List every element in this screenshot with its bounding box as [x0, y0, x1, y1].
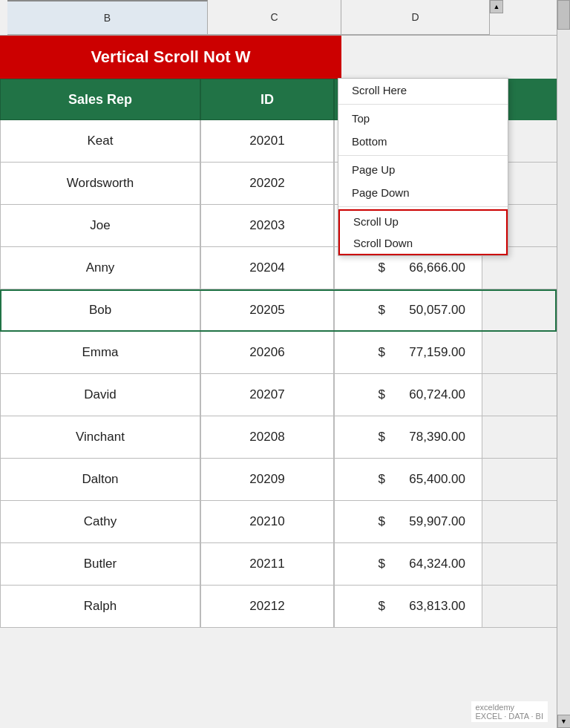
cell-revenue: $64,324.00 — [334, 543, 482, 585]
cell-revenue: $50,057.00 — [334, 289, 482, 331]
cell-revenue: $78,390.00 — [334, 416, 482, 458]
table-row[interactable]: Ralph20212$63,813.00 — [0, 586, 557, 628]
revenue-amount: 64,324.00 — [391, 557, 465, 571]
table-row[interactable]: Bob20205$50,057.00 — [0, 289, 557, 332]
cell-id: 20201 — [200, 120, 334, 162]
revenue-amount: 50,057.00 — [391, 303, 465, 318]
table-row[interactable]: Butler20211$64,324.00 — [0, 543, 557, 586]
revenue-amount: 65,400.00 — [391, 472, 465, 487]
currency-symbol: $ — [379, 303, 385, 318]
table-header-id: ID — [200, 79, 334, 120]
currency-symbol: $ — [379, 514, 385, 529]
cell-id: 20211 — [200, 543, 334, 585]
cell-name: Emma — [0, 332, 200, 373]
cell-revenue: $77,159.00 — [334, 332, 482, 373]
revenue-amount: 59,907.00 — [391, 514, 465, 529]
scrollbar-up-arrow[interactable]: ▲ — [490, 0, 503, 13]
cell-id: 20212 — [200, 586, 334, 627]
cell-name: Keat — [0, 120, 200, 162]
watermark: exceldemyEXCEL · DATA · BI — [471, 701, 548, 722]
table-row[interactable]: Emma20206$77,159.00 — [0, 332, 557, 374]
revenue-amount: 78,390.00 — [391, 430, 465, 445]
context-menu-item-scroll-up[interactable]: Scroll Up — [340, 211, 506, 232]
cell-name: Dalton — [0, 459, 200, 500]
context-menu-item-bottom[interactable]: Bottom — [338, 130, 508, 153]
currency-symbol: $ — [379, 472, 385, 487]
cell-id: 20205 — [200, 289, 334, 331]
cell-revenue: $63,813.00 — [334, 586, 482, 627]
column-headers: B C D ▲ — [0, 0, 570, 36]
table-row[interactable]: Dalton20209$65,400.00 — [0, 459, 557, 501]
revenue-amount: 77,159.00 — [391, 345, 465, 360]
context-menu-item-scroll-here[interactable]: Scroll Here — [338, 79, 508, 102]
currency-symbol: $ — [379, 557, 385, 571]
currency-symbol: $ — [379, 260, 385, 275]
table-row[interactable]: Cathy20210$59,907.00 — [0, 501, 557, 543]
table-row[interactable]: Vinchant20208$78,390.00 — [0, 416, 557, 459]
scrollbar-right[interactable]: ▼ — [557, 0, 570, 728]
cell-name: Wordsworth — [0, 163, 200, 204]
cell-name: David — [0, 374, 200, 416]
cell-name: Ralph — [0, 586, 200, 627]
cell-revenue: $60,724.00 — [334, 374, 482, 416]
cell-id: 20210 — [200, 501, 334, 542]
title-row: Vertical Scroll Not W — [0, 36, 557, 79]
context-menu-divider — [338, 155, 508, 156]
revenue-amount: 63,813.00 — [391, 599, 465, 614]
currency-symbol: $ — [379, 387, 385, 402]
cell-id: 20209 — [200, 459, 334, 500]
cell-name: Joe — [0, 205, 200, 246]
context-menu-highlight-group: Scroll UpScroll Down — [338, 209, 508, 255]
cell-id: 20208 — [200, 416, 334, 458]
cell-id: 20206 — [200, 332, 334, 373]
currency-symbol: $ — [379, 430, 385, 445]
title-text: Vertical Scroll Not W — [91, 47, 250, 67]
cell-id: 20204 — [200, 247, 334, 289]
context-menu-item-scroll-down[interactable]: Scroll Down — [340, 232, 506, 254]
cell-name: Anny — [0, 247, 200, 289]
spreadsheet: B C D ▲ Vertical Scroll Not W Sales Rep … — [0, 0, 570, 728]
context-menu: Scroll HereTopBottomPage UpPage DownScro… — [338, 78, 508, 256]
scrollbar-track[interactable] — [557, 0, 570, 715]
currency-symbol: $ — [379, 345, 385, 360]
revenue-amount: 60,724.00 — [391, 387, 465, 402]
cell-revenue: $59,907.00 — [334, 501, 482, 542]
cell-name: Vinchant — [0, 416, 200, 458]
context-menu-divider — [338, 104, 508, 105]
cell-name: Butler — [0, 543, 200, 585]
cell-id: 20203 — [200, 205, 334, 246]
title-cell: Vertical Scroll Not W — [0, 36, 341, 79]
currency-symbol: $ — [379, 599, 385, 614]
revenue-amount: 66,666.00 — [391, 260, 465, 275]
scrollbar-down-arrow[interactable]: ▼ — [557, 715, 571, 728]
cell-name: Cathy — [0, 501, 200, 542]
cell-revenue: $65,400.00 — [334, 459, 482, 500]
context-menu-divider — [338, 206, 508, 207]
scrollbar-thumb[interactable] — [557, 0, 570, 30]
cell-id: 20207 — [200, 374, 334, 416]
table-row[interactable]: David20207$60,724.00 — [0, 374, 557, 416]
cell-id: 20202 — [200, 163, 334, 204]
context-menu-item-top[interactable]: Top — [338, 107, 508, 130]
column-header-c: C — [208, 0, 341, 35]
table-header-sales: Sales Rep — [0, 79, 200, 120]
column-header-d: D — [341, 0, 490, 35]
cell-name: Bob — [0, 289, 200, 331]
column-header-b: B — [7, 0, 208, 35]
context-menu-item-page-up[interactable]: Page Up — [338, 158, 508, 181]
context-menu-item-page-down[interactable]: Page Down — [338, 181, 508, 204]
